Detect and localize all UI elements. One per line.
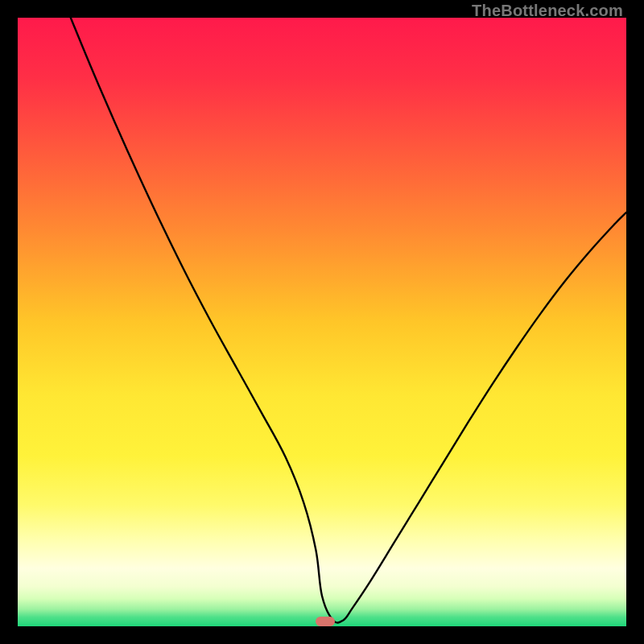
chart-frame (18, 18, 626, 626)
bottleneck-curve (18, 18, 626, 626)
watermark-text: TheBottleneck.com (472, 2, 623, 20)
optimal-point-marker (316, 617, 335, 626)
